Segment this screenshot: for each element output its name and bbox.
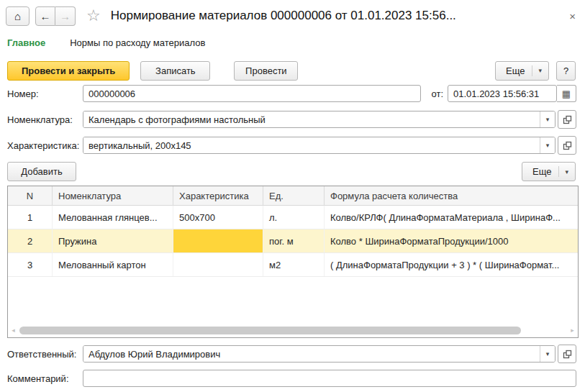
cell-n[interactable]: 3 — [8, 253, 53, 276]
add-button[interactable]: Добавить — [7, 162, 76, 181]
cell-nomenclature[interactable]: Пружина — [53, 229, 173, 252]
comment-row: Комментарий: — [7, 369, 576, 388]
horizontal-scrollbar: ◂ ▸ — [9, 325, 576, 336]
characteristic-combo: ▾ — [83, 137, 555, 154]
characteristic-label: Характеристика: — [7, 140, 83, 151]
responsible-input[interactable] — [83, 346, 540, 362]
column-header-nomenclature[interactable]: Номенклатура — [53, 186, 173, 205]
cell-unit[interactable]: м2 — [263, 253, 325, 276]
nomenclature-dropdown-button[interactable]: ▾ — [540, 111, 555, 127]
cell-formula[interactable]: Колво * ШиринаФорматаПродукции/1000 — [325, 229, 578, 252]
cell-characteristic[interactable] — [173, 253, 263, 276]
open-icon — [563, 115, 572, 124]
form-sections: Главное Нормы по расходу материалов — [7, 36, 205, 49]
scrollbar-track[interactable] — [17, 327, 568, 334]
more-button-label: Еще — [506, 65, 525, 76]
home-button[interactable]: ⌂ — [6, 6, 30, 26]
cell-characteristic[interactable]: 500х700 — [173, 206, 263, 229]
document-window: ⌂ ← → ☆ Нормирование материалов 00000000… — [0, 0, 585, 392]
nomenclature-label: Номенклатура: — [7, 114, 83, 125]
close-icon[interactable]: × — [566, 10, 579, 22]
table-row-selected: 2 Пружина пог. м Колво * ШиринаФорматаПр… — [8, 229, 578, 253]
tab-glavnoe[interactable]: Главное — [7, 37, 45, 48]
number-label: Номер: — [7, 88, 83, 99]
cell-characteristic-active[interactable] — [173, 229, 263, 252]
comment-input[interactable] — [83, 370, 576, 387]
help-button[interactable]: ? — [556, 61, 576, 81]
date-group: ▦ — [448, 85, 576, 102]
chevron-down-icon: ▾ — [546, 142, 550, 149]
cell-formula[interactable]: ( ДлинаФорматаПродукции + 3 ) * ( Ширина… — [325, 253, 578, 276]
write-button[interactable]: Записать — [140, 61, 210, 81]
cell-nomenclature[interactable]: Мелованная глянцев... — [53, 206, 173, 229]
scroll-right-icon[interactable]: ▸ — [568, 327, 576, 334]
cell-n[interactable]: 2 — [8, 229, 53, 252]
back-icon: ← — [40, 10, 51, 22]
chevron-down-icon: ▾ — [546, 350, 550, 357]
toolbar-more-button[interactable]: Еще ▾ — [495, 61, 549, 81]
column-header-formula[interactable]: Формула расчета количества — [325, 186, 578, 205]
home-icon: ⌂ — [14, 10, 21, 22]
table-toolbar: Добавить Еще ▾ — [7, 162, 576, 181]
open-icon — [563, 350, 572, 359]
more-button-label: Еще — [532, 166, 551, 177]
calendar-button[interactable]: ▦ — [557, 85, 576, 102]
nomenclature-row: Номенклатура: ▾ — [7, 110, 576, 129]
window-title: Нормирование материалов 000000006 от 01.… — [111, 9, 456, 23]
back-button[interactable]: ← — [35, 6, 55, 26]
responsible-open-button[interactable] — [558, 345, 576, 363]
forward-icon: → — [60, 10, 71, 22]
table-empty-area — [8, 277, 578, 324]
cell-n[interactable]: 1 — [8, 206, 53, 229]
characteristic-open-button[interactable] — [558, 136, 576, 155]
calendar-icon: ▦ — [562, 88, 571, 99]
responsible-dropdown-button[interactable]: ▾ — [540, 346, 555, 362]
scroll-left-icon[interactable]: ◂ — [9, 327, 17, 334]
characteristic-input[interactable] — [83, 137, 540, 153]
responsible-row: Ответственный: ▾ — [7, 345, 576, 363]
chevron-down-icon: ▾ — [558, 166, 568, 177]
date-input[interactable] — [448, 85, 557, 102]
title-bar: ⌂ ← → ☆ Нормирование материалов 00000000… — [6, 5, 579, 27]
responsible-label: Ответственный: — [7, 349, 83, 360]
open-icon — [563, 141, 572, 150]
cell-nomenclature[interactable]: Мелованный картон — [53, 253, 173, 276]
post-button[interactable]: Провести — [234, 61, 298, 81]
chevron-down-icon: ▾ — [546, 116, 550, 123]
nomenclature-combo: ▾ — [83, 111, 555, 128]
favorites-star-icon[interactable]: ☆ — [86, 8, 101, 24]
materials-table: N Номенклатура Характеристика Ед. Формул… — [7, 186, 579, 338]
forward-button[interactable]: → — [55, 6, 76, 26]
table-header-row: N Номенклатура Характеристика Ед. Формул… — [8, 186, 578, 206]
nomenclature-open-button[interactable] — [558, 110, 576, 129]
column-header-unit[interactable]: Ед. — [263, 186, 325, 205]
column-header-characteristic[interactable]: Характеристика — [173, 186, 263, 205]
characteristic-dropdown-button[interactable]: ▾ — [540, 137, 555, 153]
table-more-button[interactable]: Еще ▾ — [522, 162, 576, 181]
nomenclature-input[interactable] — [83, 111, 540, 127]
table-row: 1 Мелованная глянцев... 500х700 л. Колво… — [8, 206, 578, 229]
post-and-close-button[interactable]: Провести и закрыть — [7, 61, 130, 81]
tab-normy-po-rashodu[interactable]: Нормы по расходу материалов — [70, 37, 205, 48]
date-label: от: — [431, 88, 443, 99]
cell-unit[interactable]: л. — [263, 206, 325, 229]
chevron-down-icon: ▾ — [532, 65, 542, 76]
cell-formula[interactable]: Колво/КРЛФ( ДлинаФорматаМатериала , Шири… — [325, 206, 578, 229]
responsible-combo: ▾ — [83, 345, 555, 363]
cell-unit[interactable]: пог. м — [263, 229, 325, 252]
characteristic-row: Характеристика: ▾ — [7, 136, 576, 155]
comment-label: Комментарий: — [7, 373, 83, 384]
column-header-n[interactable]: N — [8, 186, 53, 205]
table-row: 3 Мелованный картон м2 ( ДлинаФорматаПро… — [8, 253, 578, 277]
command-bar: Провести и закрыть Записать Провести Еще… — [7, 60, 576, 81]
number-row: Номер: от: ▦ — [7, 84, 576, 103]
number-input[interactable] — [83, 85, 421, 102]
history-nav: ← → — [35, 6, 76, 26]
scrollbar-thumb[interactable] — [19, 327, 521, 334]
